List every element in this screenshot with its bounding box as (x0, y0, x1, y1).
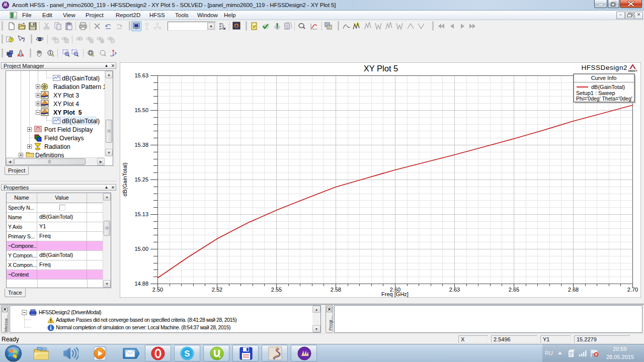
svg-text:2.58: 2.58 (331, 287, 341, 293)
svg-text:Phi='0deg' Theta='0deg': Phi='0deg' Theta='0deg' (576, 96, 632, 102)
svg-text:15.38: 15.38 (134, 142, 148, 148)
svg-text:?: ? (22, 37, 25, 43)
svg-text:2.70: 2.70 (627, 287, 638, 293)
svg-text:2.55: 2.55 (271, 287, 282, 293)
svg-text:15.25: 15.25 (134, 176, 148, 183)
svg-text:dB(GainTotal): dB(GainTotal) (122, 162, 128, 196)
svg-text:Curve Info: Curve Info (591, 75, 617, 81)
svg-text:15.63: 15.63 (134, 72, 148, 78)
svg-text:2.63: 2.63 (449, 287, 460, 293)
svg-text:2.52: 2.52 (212, 287, 222, 293)
svg-text:HFSSDesign2: HFSSDesign2 (581, 64, 627, 71)
svg-text:?: ? (10, 37, 12, 42)
svg-text:XY Plot 5: XY Plot 5 (364, 64, 398, 73)
svg-text:S: S (184, 349, 190, 358)
svg-text:15.13: 15.13 (134, 211, 148, 217)
svg-text:15.50: 15.50 (134, 107, 148, 113)
svg-text:2.65: 2.65 (509, 287, 519, 293)
svg-text:2.68: 2.68 (568, 287, 579, 293)
svg-text:2.50: 2.50 (152, 287, 163, 293)
svg-text:Setup1 : Sweep: Setup1 : Sweep (576, 90, 615, 96)
svg-text:14.88: 14.88 (134, 281, 148, 287)
svg-text:15.00: 15.00 (134, 246, 148, 252)
svg-text:Freq [GHz]: Freq [GHz] (381, 291, 409, 297)
svg-text:ANSOFT: ANSOFT (628, 70, 637, 72)
svg-text:dB(GainTotal): dB(GainTotal) (591, 84, 625, 90)
